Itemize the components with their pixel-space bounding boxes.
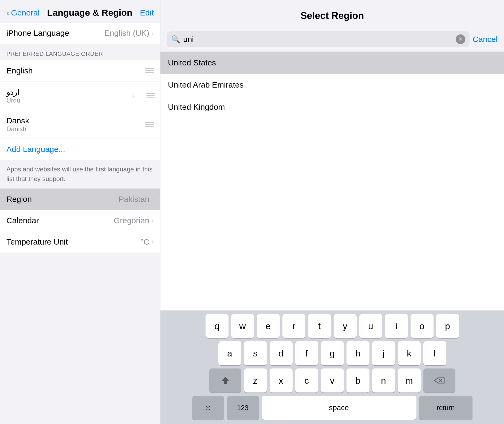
language-row-urdu[interactable]: اردو Urdu › [0, 81, 160, 110]
key-k[interactable]: k [398, 341, 421, 365]
search-icon: 🔍 [171, 35, 180, 44]
search-bar: 🔍 ✕ Cancel [160, 27, 504, 52]
temperature-row[interactable]: Temperature Unit °C › [0, 231, 160, 253]
key-n[interactable]: n [372, 368, 395, 392]
key-f[interactable]: f [295, 341, 318, 365]
drag-line [145, 124, 154, 125]
keyboard: q w e r t y u i o p a s d f g h j k l [160, 311, 504, 424]
drag-line [145, 68, 154, 69]
key-i[interactable]: i [385, 314, 408, 338]
region-row[interactable]: Region Pakistan › [0, 189, 160, 210]
select-region-title: Select Region [300, 10, 364, 21]
back-chevron-icon: ‹ [6, 7, 9, 18]
key-z[interactable]: z [244, 368, 267, 392]
region-settings-group: Region Pakistan › Calendar Gregorian › T… [0, 189, 160, 253]
left-panel: ‹ General Language & Region Edit iPhone … [0, 0, 160, 424]
cancel-button[interactable]: Cancel [473, 35, 498, 44]
language-row-english[interactable]: English [0, 60, 160, 81]
temperature-label: Temperature Unit [6, 237, 68, 246]
add-language-row[interactable]: Add Language... [0, 139, 160, 160]
calendar-label: Calendar [6, 216, 39, 225]
urdu-main[interactable]: اردو Urdu › [0, 81, 141, 110]
keyboard-row-2: a s d f g h j k l [163, 341, 502, 365]
language-info: Apps and websites will use the first lan… [0, 160, 160, 189]
key-v[interactable]: v [321, 368, 344, 392]
urdu-text: اردو Urdu [6, 87, 20, 104]
nav-bar: ‹ General Language & Region Edit [0, 0, 160, 22]
key-w[interactable]: w [231, 314, 254, 338]
key-l[interactable]: l [423, 341, 446, 365]
key-c[interactable]: c [295, 368, 318, 392]
key-o[interactable]: o [411, 314, 434, 338]
result-united-states[interactable]: United States [160, 52, 504, 74]
key-y[interactable]: y [334, 314, 357, 338]
iphone-language-value: English (UK) › [104, 29, 154, 38]
results-list: United States United Arab Emirates Unite… [160, 52, 504, 311]
temperature-value: °C › [140, 237, 154, 246]
iphone-language-row[interactable]: iPhone Language English (UK) › [0, 22, 160, 44]
key-h[interactable]: h [346, 341, 369, 365]
result-united-kingdom[interactable]: United Kingdom [160, 96, 504, 118]
language-english-label: English [6, 66, 33, 75]
key-d[interactable]: d [270, 341, 293, 365]
emoji-key[interactable]: ☺ [192, 396, 224, 420]
drag-handle-english[interactable] [145, 68, 154, 73]
drag-handle-urdu[interactable] [141, 87, 160, 104]
region-value: Pakistan › [119, 195, 154, 204]
drag-line [145, 122, 154, 123]
select-region-header: Select Region [160, 0, 504, 27]
calendar-row[interactable]: Calendar Gregorian › [0, 210, 160, 231]
result-united-arab-emirates[interactable]: United Arab Emirates [160, 74, 504, 96]
numbers-key[interactable]: 123 [227, 396, 259, 420]
search-input-wrap: 🔍 ✕ [167, 31, 470, 47]
iphone-language-label: iPhone Language [6, 29, 69, 38]
preferred-language-header: PREFERRED LANGUAGE ORDER [0, 44, 160, 60]
region-label: Region [6, 195, 32, 204]
back-button[interactable]: ‹ General [6, 7, 40, 18]
key-x[interactable]: x [270, 368, 293, 392]
svg-marker-0 [222, 377, 229, 384]
key-g[interactable]: g [321, 341, 344, 365]
add-language-button[interactable]: Add Language... [6, 145, 65, 154]
keyboard-row-4: ☺ 123 space return [163, 396, 502, 420]
dansk-text: Dansk Danish [6, 116, 29, 133]
key-p[interactable]: p [436, 314, 459, 338]
space-key[interactable]: space [262, 396, 416, 420]
key-m[interactable]: m [398, 368, 421, 392]
key-t[interactable]: t [308, 314, 331, 338]
calendar-value: Gregorian › [114, 216, 154, 225]
temperature-chevron-icon: › [151, 238, 154, 246]
key-q[interactable]: q [206, 314, 229, 338]
drag-line [145, 72, 154, 73]
region-chevron-icon: › [151, 195, 154, 203]
edit-button[interactable]: Edit [140, 8, 154, 17]
chevron-icon: › [151, 29, 154, 37]
backspace-key[interactable] [423, 368, 455, 392]
language-row-dansk[interactable]: Dansk Danish [0, 110, 160, 139]
shift-key[interactable] [209, 368, 241, 392]
key-b[interactable]: b [346, 368, 369, 392]
language-list: English اردو Urdu › [0, 60, 160, 160]
urdu-chevron-icon: › [132, 92, 134, 100]
return-key[interactable]: return [419, 396, 472, 420]
search-input[interactable] [183, 35, 453, 44]
dansk-label: Dansk [6, 116, 29, 125]
clear-button[interactable]: ✕ [456, 34, 465, 44]
key-s[interactable]: s [244, 341, 267, 365]
key-e[interactable]: e [257, 314, 280, 338]
key-j[interactable]: j [372, 341, 395, 365]
page-title: Language & Region [47, 7, 132, 18]
key-r[interactable]: r [282, 314, 305, 338]
calendar-chevron-icon: › [151, 216, 154, 225]
key-u[interactable]: u [359, 314, 382, 338]
dansk-latin-label: Danish [6, 125, 29, 133]
back-label: General [11, 8, 40, 17]
drag-line [145, 70, 154, 71]
urdu-native-label: اردو [6, 87, 20, 97]
clear-icon-x: ✕ [458, 36, 463, 42]
drag-line [146, 95, 155, 96]
urdu-latin-label: Urdu [6, 97, 20, 104]
keyboard-row-1: q w e r t y u i o p [163, 314, 502, 338]
drag-handle-dansk[interactable] [145, 122, 154, 127]
key-a[interactable]: a [218, 341, 241, 365]
